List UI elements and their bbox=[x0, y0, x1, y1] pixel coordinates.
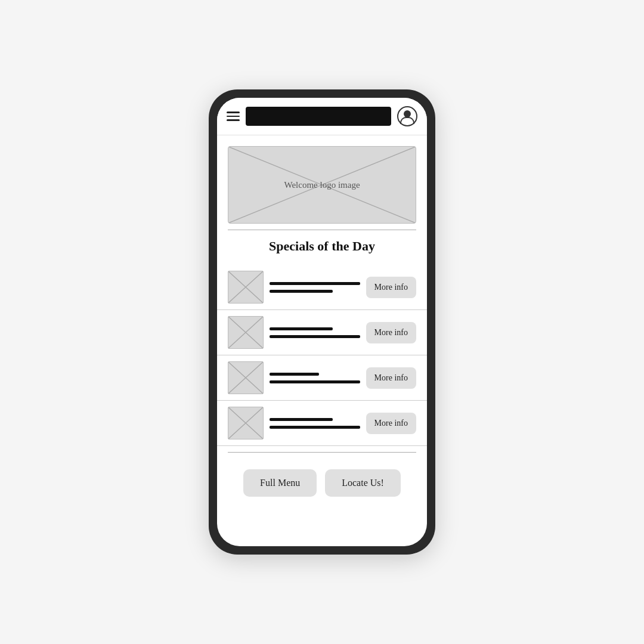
phone-frame: Welcome logo image Specials of the Day M… bbox=[209, 89, 435, 555]
item-text-line-3a bbox=[270, 373, 319, 376]
item-text-line-1b bbox=[270, 290, 333, 293]
user-profile-icon[interactable] bbox=[397, 106, 417, 126]
item-text-line-4a bbox=[270, 418, 333, 421]
hamburger-menu-icon[interactable] bbox=[227, 112, 240, 121]
item-image-1 bbox=[228, 271, 264, 304]
more-info-button-1[interactable]: More info bbox=[366, 277, 416, 298]
main-content: Welcome logo image Specials of the Day M… bbox=[217, 135, 427, 546]
item-text-lines-4 bbox=[270, 418, 360, 429]
item-text-line-4b bbox=[270, 426, 360, 429]
divider-1 bbox=[228, 230, 416, 230]
special-item-3: More info bbox=[217, 355, 427, 401]
item-text-line-3b bbox=[270, 380, 360, 383]
header-logo-bar bbox=[246, 107, 391, 126]
item-image-3 bbox=[228, 361, 264, 394]
special-item-2: More info bbox=[217, 310, 427, 355]
divider-2 bbox=[228, 452, 416, 453]
item-image-2 bbox=[228, 316, 264, 349]
bottom-buttons: Full Menu Locate Us! bbox=[217, 459, 427, 510]
item-text-line-1a bbox=[270, 282, 360, 285]
welcome-image-label: Welcome logo image bbox=[284, 180, 360, 190]
more-info-button-4[interactable]: More info bbox=[366, 413, 416, 434]
full-menu-button[interactable]: Full Menu bbox=[243, 469, 317, 497]
specials-section-title: Specials of the Day bbox=[228, 239, 416, 254]
item-text-lines-3 bbox=[270, 373, 360, 383]
item-text-line-2a bbox=[270, 327, 333, 330]
item-text-line-2b bbox=[270, 335, 360, 338]
phone-screen: Welcome logo image Specials of the Day M… bbox=[217, 98, 427, 546]
more-info-button-2[interactable]: More info bbox=[366, 322, 416, 343]
header bbox=[217, 98, 427, 135]
item-text-lines-2 bbox=[270, 327, 360, 338]
special-item-1: More info bbox=[217, 265, 427, 310]
welcome-logo-image: Welcome logo image bbox=[228, 146, 416, 224]
item-text-lines-1 bbox=[270, 282, 360, 293]
locate-us-button[interactable]: Locate Us! bbox=[325, 469, 401, 497]
more-info-button-3[interactable]: More info bbox=[366, 367, 416, 389]
special-item-4: More info bbox=[217, 401, 427, 446]
item-image-4 bbox=[228, 407, 264, 439]
